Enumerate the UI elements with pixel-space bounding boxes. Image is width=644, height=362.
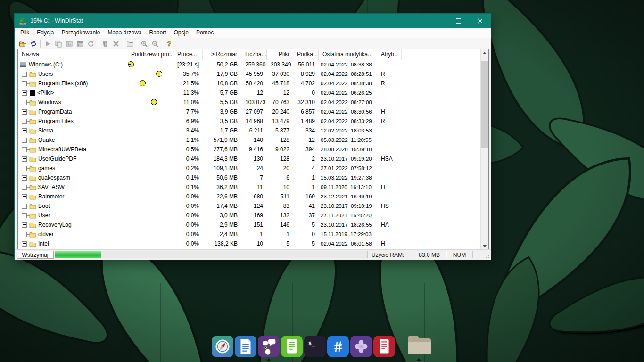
explorer-button[interactable] [64,39,74,49]
expand-plus-icon[interactable] [22,166,27,171]
table-row[interactable]: Quake1,1%571,9 MB1401281205.03.2022 11:2… [18,135,480,145]
menu-edycja[interactable]: Edycja [33,28,58,38]
dock-terminal[interactable]: $_ [304,336,326,357]
column-header-podka[interactable]: Podka... [293,49,319,60]
dock-file-manager[interactable] [405,330,432,357]
column-header-liczba[interactable]: Liczba... [241,49,267,60]
table-row[interactable]: Windows (C:)[23:21 s]50,2 GB259 360203 3… [18,60,480,69]
expand-plus-icon[interactable] [22,119,27,124]
delete-recycle-button[interactable] [99,39,110,49]
column-header-ostatnia-modyfika[interactable]: Ostatnia modyfika... [319,49,377,60]
item-name-cell: RecoveryLog [18,220,127,230]
expand-plus-icon[interactable] [22,100,27,105]
dock-notes-green[interactable] [281,336,303,357]
minimize-button[interactable] [426,14,447,28]
expand-plus-icon[interactable] [22,204,27,209]
last-modified-cell: 23.10.2017 09:10:19 [319,203,377,209]
delete-button[interactable] [110,39,121,49]
menu-plik[interactable]: Plik [17,28,33,38]
item-name-label: Users [38,71,53,77]
expand-plus-icon[interactable] [22,147,27,152]
menu-porządkowanie[interactable]: Porządkowanie [58,28,104,38]
rescan-button[interactable] [28,39,39,49]
table-row[interactable]: Rainmeter0,0%22,6 MB68051116923.12.2021 … [18,192,480,201]
table-row[interactable]: Boot0,0%17,4 MB124834123.10.2017 09:10:1… [18,201,480,211]
expand-plus-icon[interactable] [22,128,27,133]
menu-pomoc[interactable]: Pomoc [192,28,217,38]
expand-plus-icon[interactable] [22,185,27,190]
column-header-rozmiar[interactable]: > Rozmiar [203,49,241,60]
table-row[interactable]: UserGuidePDF0,4%184,3 MB130128223.10.201… [18,154,480,164]
close-button[interactable] [469,14,491,28]
dock-web-browser[interactable] [212,336,233,357]
expand-plus-icon[interactable] [22,156,27,162]
table-row[interactable]: games0,2%109,1 MB2420427.01.2022 07:58:1… [18,164,480,173]
resume-button[interactable] [42,39,53,49]
dock-irc-client[interactable]: # [327,336,349,357]
delete-icon [112,40,120,48]
folder-icon [29,99,36,106]
table-row[interactable]: Sierra3,4%1,7 GB6 2115 87733412.02.2022 … [18,126,480,135]
column-header-pliki[interactable]: Pliki [267,49,293,60]
expand-plus-icon[interactable] [22,241,27,247]
zoom-out-button[interactable] [149,39,160,49]
expand-plus-icon[interactable] [22,232,27,237]
files-cell: 45 718 [267,80,293,87]
scroll-up-button[interactable] [481,49,488,57]
num-lock-indicator: NUM [446,252,472,258]
pacman-scan-icon [151,99,157,105]
subdirs-cell: 334 [293,127,319,134]
open-folder-button[interactable] [17,39,28,49]
properties-button[interactable] [124,39,135,49]
column-header-proce[interactable]: Proce... [173,49,203,60]
titlebar[interactable]: 15% C: - WinDirStat [15,14,491,28]
dock-document-red[interactable] [373,336,395,357]
table-row[interactable]: MinecraftUWPBeta0,5%277,6 MB9 4169 02239… [18,145,480,154]
dock-web-browser-icon [212,336,233,357]
column-header-atryb[interactable]: Atryb... [377,49,402,60]
expand-plus-icon[interactable] [22,81,27,86]
dock-games[interactable] [350,336,372,357]
expand-plus-icon[interactable] [22,222,27,228]
column-header-poddrzewo-pro[interactable]: Poddrzewo pro... [127,49,173,60]
table-row[interactable]: Program Files (x86)21,5%10,8 GB50 42045 … [18,79,480,88]
pause-button[interactable]: Wstrzymaj [17,251,54,259]
table-row[interactable]: Users35,7%17,9 GB45 95937 0308 92902.04.… [18,69,480,79]
table-row[interactable]: <Pliki>11,3%5,7 GB1212002.04.2022 06:26:… [18,88,480,98]
resize-grip[interactable] [473,250,491,260]
table-row[interactable]: ProgramData7,7%3,9 GB27 09720 2406 85702… [18,107,480,116]
percent-cell: 11,0% [173,99,203,106]
maximize-button[interactable] [447,14,469,28]
table-row[interactable]: Intel0,0%138,2 KB105502.04.2022 06:01:58… [18,239,480,248]
subdirs-cell: 37 [293,212,319,219]
dock-text-editor[interactable] [235,336,256,357]
expand-plus-icon[interactable] [22,213,27,218]
table-row[interactable]: Program Files6,9%3,5 GB14 96813 4791 489… [18,116,480,126]
menu-raport[interactable]: Raport [145,28,170,38]
expand-plus-icon[interactable] [22,175,27,181]
percent-cell: 0,1% [173,174,203,181]
dock-messenger-pidgin[interactable] [258,336,280,357]
zoom-in-button[interactable] [139,39,149,49]
refresh-item-button[interactable] [85,39,96,49]
expand-plus-icon[interactable] [22,90,27,96]
percent-cell: [23:21 s] [173,61,203,68]
table-row[interactable]: oldver0,0%2,4 MB11015.11.2019 17:29:03 [18,230,480,239]
expand-plus-icon[interactable] [22,138,27,143]
column-header-nazwa[interactable]: Nazwa [18,49,127,60]
copy-button[interactable] [53,39,64,49]
table-row[interactable]: quakespasm0,1%50,6 MB76115.03.2022 19:27… [18,173,480,182]
menu-mapa-drzewa[interactable]: Mapa drzewa [104,28,145,38]
table-row[interactable]: RecoveryLog0,0%2,9 MB151146523.10.2017 1… [18,220,480,230]
help-button[interactable]: ? [164,39,174,49]
table-row[interactable]: Windows11,0%5,5 GB103 07370 76332 31002.… [18,98,480,107]
expand-plus-icon[interactable] [22,194,27,199]
expand-plus-icon[interactable] [22,72,27,77]
command-prompt-button[interactable] [74,39,85,49]
vertical-scrollbar[interactable] [480,49,488,250]
scrollbar-thumb[interactable] [481,61,488,148]
table-row[interactable]: User0,0%3,0 MB1691323727.11.2021 15:45:2… [18,211,480,220]
table-row[interactable]: $AV_ASW0,1%36,2 MB1110109.11.2020 16:13:… [18,182,480,192]
expand-plus-icon[interactable] [22,109,27,115]
menu-opcje[interactable]: Opcje [170,28,192,38]
